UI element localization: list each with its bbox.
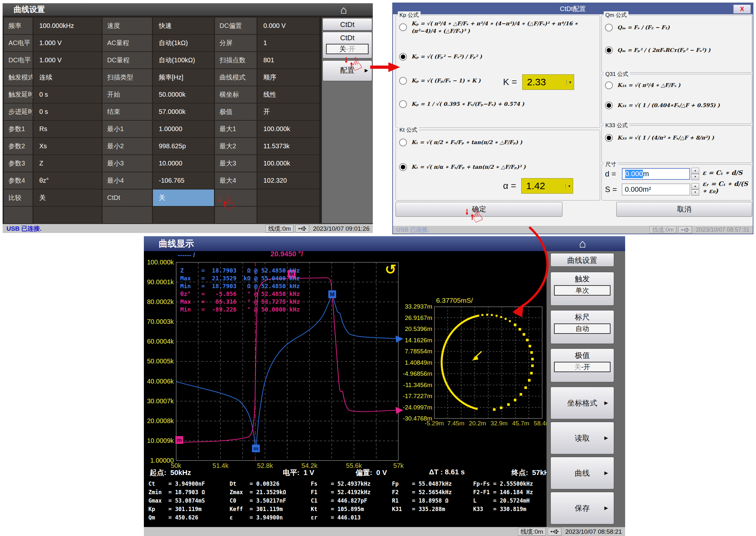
setting-value[interactable] (153, 207, 214, 223)
extremes-button[interactable]: 极值 关-开 (551, 349, 614, 382)
setting-value[interactable]: 102.320 (258, 172, 319, 189)
setting-value[interactable]: 10.0000 (153, 155, 214, 172)
submenu-arrow-icon: ► (363, 61, 369, 80)
setting-label: 频率 (4, 17, 32, 34)
qm-formula-group: Qm 公式 Qₘ = Fₛ / (F₂ − F₁) Qₘ = Fₚ² / ( 2… (601, 15, 752, 73)
setting-label: 分屏 (215, 35, 257, 51)
setting-value[interactable]: 998.625p (153, 138, 214, 154)
cancel-button[interactable]: 取消 (616, 202, 752, 217)
dropdown-arrow-icon[interactable]: ▾ (566, 80, 574, 85)
formula-text: Qₘ = Fₛ / (F₂ − F₁) (617, 24, 738, 31)
setting-label: 结束 (103, 104, 152, 120)
ruler-button[interactable]: 标尺 自动 (551, 310, 614, 344)
setting-value[interactable]: 1 (258, 35, 319, 51)
svg-text:M: M (330, 291, 335, 297)
readout-line: Max = 21.3529 kΩ @ 55.0400 kHz (180, 275, 300, 282)
radio-button[interactable] (399, 139, 407, 146)
setting-label: 参数2 (4, 138, 32, 154)
radio-button[interactable] (605, 24, 613, 31)
setting-value[interactable]: 开 (258, 104, 319, 120)
close-icon[interactable]: X (733, 5, 751, 14)
setting-label: 最小1 (103, 121, 152, 137)
k-constant-row: K = 2.33 ▾ (503, 74, 574, 90)
status-bar: 线缆:0m 2023/10/07 08:58:21 (144, 527, 625, 536)
setting-value[interactable]: 关 (153, 189, 214, 206)
kp-formula-group: Kp 公式 Kₚ = √( π²/4 ∗ △F/Fₛ + π²/4 ∗ (4−π… (396, 15, 600, 128)
setting-value[interactable]: 1.000 V (33, 35, 102, 51)
radio-button[interactable] (399, 100, 407, 108)
setting-value[interactable]: 连续 (33, 69, 102, 86)
ok-button[interactable]: 确定 (396, 202, 562, 217)
result-cell: Zmin = 18.7903 Ω (148, 488, 230, 496)
setting-value[interactable]: 100.000kHz (33, 17, 102, 34)
alpha-constant-row: α = 1.42 ▾ (503, 178, 573, 194)
setting-value[interactable]: 50.0000k (153, 86, 214, 103)
setting-value[interactable]: 关 (33, 189, 102, 206)
setting-value[interactable]: 0 s (33, 86, 102, 103)
setting-value[interactable]: 100.000k (258, 155, 319, 172)
setting-value[interactable]: θz° (33, 172, 102, 189)
setting-value[interactable] (258, 207, 319, 223)
radio-button[interactable] (605, 82, 613, 89)
radio-button[interactable] (605, 102, 613, 109)
setting-value[interactable]: Z (33, 155, 102, 172)
s-input[interactable]: 0.000m² (622, 184, 690, 195)
d-input[interactable]: 0.000m (622, 168, 690, 180)
radio-button[interactable] (605, 134, 613, 142)
ruler-value-box: 自动 (554, 323, 611, 334)
setting-value[interactable]: 0 s (33, 104, 102, 120)
setting-value[interactable]: 11.5373k (258, 138, 319, 154)
ctdt-toggle-button[interactable]: CtDt 关-开 (322, 32, 372, 58)
setting-value[interactable]: 顺序 (258, 69, 319, 86)
d-spinner[interactable]: ▲▼ (691, 168, 699, 180)
menu-nav-button[interactable]: 坐标格式 ► (551, 387, 614, 419)
s-spinner[interactable]: ▲▼ (691, 183, 699, 196)
setting-value[interactable]: -106.765 (153, 172, 214, 189)
readout-line: Min = 18.7903 Ω @ 52.4850 kHz (180, 282, 300, 290)
setting-value[interactable]: 57.0000k (153, 104, 214, 120)
dialog-status-bar: USB 已连接. 线缆:0m 2023/10/07 08:57:31 (393, 226, 753, 234)
setting-value[interactable]: 自动(100kΩ) (153, 52, 214, 68)
settings-table: 频率 100.000kHz 速度 快速 DC偏置 0.000 V AC电平 1.… (4, 17, 319, 223)
radio-button[interactable] (605, 47, 613, 54)
ctdt-config-dialog: CtDt配置 X Kp 公式 Kₚ = √( π²/4 ∗ △F/Fₛ + π²… (392, 3, 753, 234)
setting-value[interactable]: 1.000 V (33, 52, 102, 68)
setting-label: 最大3 (215, 155, 257, 172)
radio-button[interactable] (399, 53, 407, 61)
setting-value[interactable]: 快速 (153, 17, 214, 34)
setting-value[interactable] (258, 189, 319, 206)
d-input-row: d = 0.000m ▲▼ (605, 168, 699, 180)
setting-label: 最小4 (103, 172, 152, 189)
k-value-select[interactable]: 2.33 ▾ (522, 74, 574, 90)
alpha-value-select[interactable]: 1.42 ▾ (521, 178, 573, 194)
dropdown-arrow-icon[interactable]: ▾ (565, 184, 573, 188)
radio-button[interactable] (399, 77, 407, 85)
refresh-icon[interactable]: ↺ (385, 261, 396, 278)
menu-header[interactable]: 曲线设置 (551, 253, 614, 267)
home-icon[interactable]: ⌂ (579, 237, 586, 251)
home-icon[interactable]: ⌂ (340, 3, 347, 16)
result-cell: C1 = 446.827pF (311, 496, 392, 505)
setting-value[interactable]: 801 (258, 52, 319, 68)
radio-button[interactable] (399, 23, 407, 31)
result-cell: Kt = 105.895m (311, 505, 392, 513)
radio-button[interactable] (399, 163, 407, 171)
result-cell: Fs = 52.4937kHz (311, 480, 392, 488)
formula-text: Kₜ = √( π/2 ∗ Fₛ/Fₚ ∗ tan(π/2 ∗ △F/Fₚ) ) (412, 139, 589, 146)
setting-value[interactable]: 1.00000 (153, 121, 214, 137)
admittance-circle-plot[interactable] (434, 307, 542, 419)
menu-nav-button[interactable]: 读取 ► (551, 422, 614, 454)
setting-value[interactable]: 100.000k (258, 121, 319, 137)
setting-value[interactable] (33, 207, 102, 223)
setting-value[interactable]: 自动(1kΩ) (153, 35, 214, 51)
setting-value[interactable]: Rs (33, 121, 102, 137)
ctdt-config-button[interactable]: 配置 ► (322, 60, 372, 81)
setting-value[interactable]: 0.000 V (258, 17, 319, 34)
setting-value[interactable]: 频率[Hz] (153, 69, 214, 86)
menu-nav-button[interactable]: 曲线 ► (551, 457, 614, 489)
menu-nav-button[interactable]: 保存 ► (551, 492, 614, 524)
results-row: Ct = 3.94900nF Dt = 0.00326 Fs = 52.4937… (148, 480, 554, 488)
setting-value[interactable]: Xs (33, 138, 102, 154)
trigger-button[interactable]: 触发 单次 (551, 272, 614, 306)
setting-value[interactable]: 线性 (258, 86, 319, 103)
